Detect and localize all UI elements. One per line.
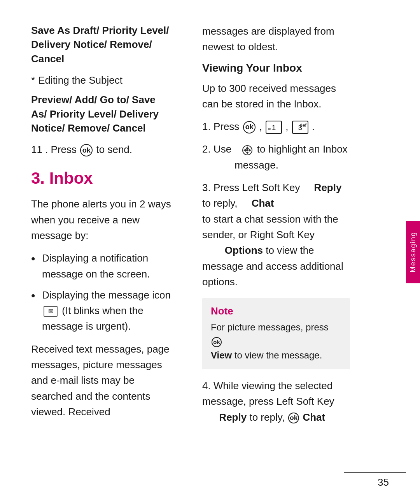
step-4-content: 4. While viewing the selected message, p… <box>202 378 350 425</box>
messaging-sidebar-tab: Messaging <box>406 221 420 283</box>
ok-button-icon: ok <box>80 144 93 156</box>
step-11-text: 11 . Press <box>31 144 77 155</box>
bold-list-1: Save As Draft/ Priority Level/ Delivery … <box>31 23 179 66</box>
bold-subitem-1: Preview/ Add/ Go to/ Save <box>31 93 179 107</box>
step-3-reply: Reply <box>314 182 342 193</box>
right-top-text: messages are displayed from newest to ol… <box>202 23 350 55</box>
step-3-spaces <box>303 182 312 193</box>
asterisk-item: * Editing the Subject <box>31 73 179 88</box>
viewing-heading: Viewing Your Inbox <box>202 62 350 74</box>
bold-item-1: Save As Draft/ Priority Level/ <box>31 23 179 37</box>
ok-badge-note: ok <box>212 337 222 347</box>
body-text-bottom: Received text messages, page messages, p… <box>31 341 179 420</box>
svg-marker-2 <box>246 152 249 154</box>
left-column: Save As Draft/ Priority Level/ Delivery … <box>0 23 191 481</box>
svg-marker-3 <box>243 149 246 152</box>
step-4-chat: Chat <box>303 411 325 423</box>
note-view: View <box>211 350 232 360</box>
step-2-number: 2. Use <box>202 141 231 173</box>
nav-arrows-icon <box>242 145 253 156</box>
intro-text: The phone alerts you in 2 ways when you … <box>31 196 179 243</box>
step-4-reply: Reply <box>219 411 247 423</box>
step-3-options: Options <box>225 244 263 256</box>
sidebar-tab-label: Messaging <box>409 232 417 272</box>
step-3-spaces3 <box>202 244 222 256</box>
step-1-line: 1. Press ok , 1∞ , 3def . <box>202 119 350 134</box>
step-4-block: 4. While viewing the selected message, p… <box>202 378 350 425</box>
page-number: 35 <box>378 476 389 488</box>
message-icon: ✉ <box>44 306 58 317</box>
bullet-item-2: Displaying the message icon ✉ (It blinks… <box>31 287 179 334</box>
step-4-text: 4. While viewing the selected message, p… <box>202 380 334 407</box>
step-2-content: to highlight an Inbox message. <box>234 141 350 173</box>
ok-badge-step1: ok <box>243 121 256 133</box>
divider-line <box>344 472 406 473</box>
svg-point-5 <box>246 149 248 151</box>
step-11-suffix: to send. <box>96 144 133 155</box>
note-text: For picture messages, press ok View to v… <box>211 320 341 362</box>
note-label: Note <box>211 305 341 317</box>
step-3-block: 3. Press Left Soft Key Reply to reply, C… <box>202 180 350 290</box>
bold-subitem-3: Notice/ Remove/ Cancel <box>31 121 179 135</box>
step-3-text1: to reply, <box>202 197 238 209</box>
step-1-block: 1. Press ok , 1∞ , 3def . <box>202 119 350 134</box>
step-11: 11 . Press ok to send. <box>31 142 179 157</box>
step-2-block: 2. Use <box>202 141 350 173</box>
bullet-item-1: Displaying a notification message on the… <box>31 250 179 282</box>
step-3-text2: to start a chat session with the sender,… <box>202 213 338 241</box>
step-1-number: 1. Press <box>202 119 239 134</box>
asterisk-text: Editing the Subject <box>38 73 122 88</box>
step-3-text3: to view the message and access additiona… <box>202 244 343 288</box>
right-column: messages are displayed from newest to ol… <box>191 23 381 481</box>
step-3-spaces2 <box>240 197 249 209</box>
ok-badge-step4: ok <box>288 413 299 423</box>
note-box: Note For picture messages, press ok View… <box>202 298 350 369</box>
key-3-badge: 3def <box>292 121 308 134</box>
bold-item-3: Cancel <box>31 52 179 66</box>
step-3-content: 3. Press Left Soft Key Reply to reply, C… <box>202 180 350 290</box>
bold-item-2: Delivery Notice/ Remove/ <box>31 37 179 51</box>
step-3-chat: Chat <box>252 197 274 209</box>
asterisk-marker: * <box>31 73 35 88</box>
svg-marker-4 <box>249 149 251 152</box>
svg-marker-1 <box>246 146 249 149</box>
bold-list-2: Preview/ Add/ Go to/ Save As/ Priority L… <box>31 93 179 135</box>
key-1-badge: 1∞ <box>266 121 282 134</box>
section-heading-inbox: 3. Inbox <box>31 169 179 188</box>
step-1-content: ok , 1∞ , 3def . <box>242 119 350 134</box>
bold-subitem-2: As/ Priority Level/ Delivery <box>31 107 179 121</box>
step-4-text2: to reply, <box>249 411 285 423</box>
step-4-spaces <box>202 411 216 423</box>
viewing-text: Up to 300 received messages can be store… <box>202 81 350 112</box>
feature-bullets: Displaying a notification message on the… <box>31 250 179 334</box>
note-text-prefix: For picture messages, press <box>211 322 329 332</box>
step-2-line: 2. Use <box>202 141 350 173</box>
note-text-suffix: to view the message. <box>234 350 322 360</box>
step-3-prefix: 3. Press Left Soft Key <box>202 182 300 193</box>
